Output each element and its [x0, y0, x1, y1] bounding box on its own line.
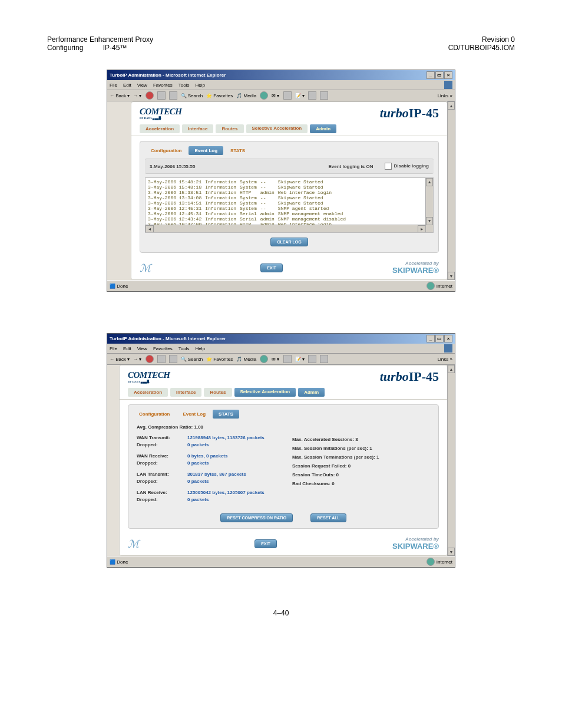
turboip-logo: turboIP-45: [380, 369, 439, 384]
scroll-up-icon[interactable]: ▲: [448, 365, 455, 373]
menu-help[interactable]: Help: [195, 83, 204, 88]
print-icon[interactable]: [283, 91, 292, 100]
session-timeouts: Session TimeOuts: 0: [292, 472, 430, 477]
home-icon[interactable]: [169, 91, 177, 100]
page-scrollbar[interactable]: ▲ ▼: [447, 101, 455, 280]
skipware-logo: Accelerated by SKIPWARE®: [392, 261, 439, 275]
tab-selective-acceleration[interactable]: Selective Acceleration: [234, 388, 296, 397]
favorites-button[interactable]: ⭐ Favorites: [206, 357, 233, 362]
history-icon[interactable]: [260, 355, 268, 363]
tab-routes[interactable]: Routes: [204, 388, 232, 397]
edit-icon[interactable]: 📝 ▾: [295, 357, 305, 362]
favorites-button[interactable]: ⭐ Favorites: [206, 93, 233, 98]
tab-selective-acceleration[interactable]: Selective Acceleration: [246, 124, 308, 133]
ie-titlebar[interactable]: TurboIP Administration - Microsoft Inter…: [107, 70, 455, 80]
scroll-up-icon[interactable]: ▲: [426, 178, 433, 186]
event-log-list[interactable]: 3-May-2006 15:48:21InformationSystem--Sk…: [145, 177, 434, 233]
tab-routes[interactable]: Routes: [216, 124, 243, 133]
mail-icon[interactable]: ✉ ▾: [272, 357, 279, 362]
back-button[interactable]: ← Back ▾: [110, 93, 130, 98]
subtab-configuration[interactable]: Configuration: [133, 410, 176, 419]
log-scrollbar-horizontal[interactable]: ◄ ►: [146, 225, 426, 232]
exit-button[interactable]: EXIT: [254, 539, 277, 548]
menu-edit[interactable]: Edit: [123, 83, 131, 88]
media-button[interactable]: 🎵 Media: [236, 357, 256, 362]
menu-view[interactable]: View: [137, 346, 147, 351]
menu-favorites[interactable]: Favorites: [153, 83, 173, 88]
maximize-button[interactable]: ▭: [435, 335, 444, 342]
scroll-up-icon[interactable]: ▲: [448, 101, 455, 110]
tab-acceleration[interactable]: Acceleration: [140, 124, 180, 133]
doc-title-right-1: Revision 0: [448, 35, 515, 44]
lan-rx-drop-label: Dropped:: [137, 497, 184, 502]
tab-interface[interactable]: Interface: [182, 124, 213, 133]
menu-file[interactable]: File: [110, 83, 117, 88]
max-accel-sessions: Max. Accelerated Sessions: 3: [292, 437, 430, 442]
stop-icon[interactable]: [146, 91, 154, 100]
close-button[interactable]: ×: [444, 335, 452, 342]
scroll-down-icon[interactable]: ▼: [448, 548, 455, 556]
minimize-button[interactable]: _: [427, 335, 435, 342]
scroll-down-icon[interactable]: ▼: [426, 217, 433, 225]
disable-logging-checkbox[interactable]: Disable logging: [385, 163, 429, 170]
scroll-down-icon[interactable]: ▼: [448, 272, 455, 280]
search-button[interactable]: 🔍 Search: [181, 93, 203, 98]
print-icon[interactable]: [283, 355, 292, 363]
menu-edit[interactable]: Edit: [123, 346, 131, 351]
subtab-configuration[interactable]: Configuration: [145, 146, 187, 155]
exit-button[interactable]: EXIT: [260, 263, 283, 272]
status-zone: Internet: [427, 558, 452, 566]
refresh-icon[interactable]: [157, 355, 166, 363]
scroll-right-icon[interactable]: ►: [418, 225, 426, 233]
menu-tools[interactable]: Tools: [178, 83, 190, 88]
ie-window-stats: TurboIP Administration - Microsoft Inter…: [107, 333, 455, 568]
search-button[interactable]: 🔍 Search: [181, 357, 203, 362]
links-label[interactable]: Links »: [438, 93, 452, 98]
reset-all-button[interactable]: RESET ALL: [310, 513, 346, 522]
related-icon[interactable]: [320, 355, 328, 363]
home-icon[interactable]: [169, 355, 177, 363]
tab-admin[interactable]: Admin: [310, 124, 336, 133]
tab-acceleration[interactable]: Acceleration: [128, 388, 168, 397]
page-scrollbar[interactable]: ▲ ▼: [447, 365, 455, 556]
app-footer: ℳ EXIT Accelerated by SKIPWARE®: [131, 259, 447, 279]
refresh-icon[interactable]: [157, 91, 166, 100]
ie-titlebar[interactable]: TurboIP Administration - Microsoft Inter…: [107, 334, 455, 344]
links-label[interactable]: Links »: [438, 357, 452, 362]
related-icon[interactable]: [320, 91, 328, 100]
forward-button[interactable]: → ▾: [133, 357, 141, 362]
tab-interface[interactable]: Interface: [170, 388, 201, 397]
reset-compression-button[interactable]: RESET COMPRESSION RATIO: [220, 513, 293, 522]
edit-icon[interactable]: 📝 ▾: [295, 93, 305, 98]
discuss-icon[interactable]: [308, 355, 316, 363]
subtab-event-log[interactable]: Event Log: [189, 146, 223, 155]
subtab-stats[interactable]: STATS: [224, 146, 251, 155]
minimize-button[interactable]: _: [427, 71, 435, 79]
menu-favorites[interactable]: Favorites: [153, 346, 173, 351]
menu-view[interactable]: View: [137, 83, 147, 88]
globe-icon: [427, 282, 435, 290]
m-logo-icon: ℳ: [140, 262, 151, 275]
log-scrollbar-vertical[interactable]: ▲ ▼: [425, 178, 433, 225]
subtab-stats[interactable]: STATS: [213, 410, 239, 419]
clear-log-button[interactable]: CLEAR LOG: [270, 238, 308, 246]
back-button[interactable]: ← Back ▾: [110, 357, 130, 362]
discuss-icon[interactable]: [308, 91, 316, 100]
turboip-app: COMTECH EF DATA ▄▄▄█. turboIP-45 Acceler…: [131, 101, 448, 280]
subtab-event-log[interactable]: Event Log: [177, 410, 211, 419]
stop-icon[interactable]: [146, 355, 154, 363]
checkbox-icon[interactable]: [385, 163, 392, 170]
menu-tools[interactable]: Tools: [178, 346, 190, 351]
menu-help[interactable]: Help: [195, 346, 204, 351]
mail-icon[interactable]: ✉ ▾: [272, 93, 279, 98]
maximize-button[interactable]: ▭: [435, 71, 444, 79]
history-icon[interactable]: [260, 91, 268, 100]
app-footer: ℳ EXIT Accelerated by SKIPWARE®: [120, 535, 447, 555]
forward-button[interactable]: → ▾: [133, 93, 141, 98]
tab-admin[interactable]: Admin: [298, 388, 325, 397]
ie-menubar: File Edit View Favorites Tools Help: [107, 344, 455, 354]
close-button[interactable]: ×: [444, 71, 452, 79]
menu-file[interactable]: File: [110, 346, 117, 351]
scroll-left-icon[interactable]: ◄: [146, 225, 154, 233]
media-button[interactable]: 🎵 Media: [236, 93, 256, 98]
